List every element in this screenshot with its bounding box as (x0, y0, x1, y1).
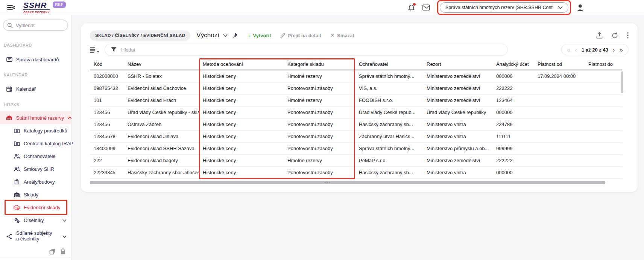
sidebar-item-sprava-dashboardu[interactable]: Správa dashboardů (0, 53, 71, 66)
delete-button[interactable]: ✕ Smazat (330, 32, 354, 39)
column-header[interactable]: Kategorie skladu (284, 61, 355, 67)
sidebar-item-label: Smlouvy SHR (24, 166, 54, 172)
prev-page-icon[interactable]: ‹ (575, 47, 577, 53)
chevron-down-icon[interactable] (62, 219, 67, 222)
next-page-icon[interactable]: › (613, 47, 615, 53)
table-row[interactable]: 222Evidenční sklad bagetyHistorické ceny… (90, 155, 622, 167)
table-cell: Ministerstvo průmyslu a ob... (423, 146, 492, 151)
column-header[interactable]: Platnost do (585, 61, 622, 67)
sidebar-item-sklady[interactable]: Sklady (0, 188, 71, 201)
app-logo[interactable]: SSHR ČESKÉ REZERVY (23, 1, 50, 14)
table-cell: 123456 (90, 122, 124, 127)
column-settings-icon[interactable] (90, 47, 99, 53)
sidebar-item-katalogy-prostredku[interactable]: Katalogy prostředků (0, 124, 71, 137)
table-header-row: KódNázevMetoda oceňováníKategorie skladu… (90, 59, 622, 70)
table-row[interactable]: 13400099Evidenční sklad SSHR SázavaHisto… (90, 143, 622, 155)
sidebar-item-evidencni-sklady[interactable]: Evidenční sklady (0, 201, 71, 214)
column-header[interactable]: Název (124, 61, 199, 67)
column-header[interactable]: Ochraňovatel (355, 61, 423, 67)
sidebar-item-label: Kalendář (16, 86, 36, 92)
section-label-hopks: HOPKS (4, 102, 67, 107)
topbar-right: Správa státních hmotných rezerv (SHR.SSH… (408, 0, 585, 15)
filter-row: « ‹ 1 až 20 z 43 › » (90, 44, 629, 56)
folder-gear-icon (14, 128, 20, 133)
column-header[interactable]: Kód (90, 61, 124, 67)
table-filter-input[interactable] (121, 47, 501, 53)
sidebar-item-kalendar[interactable]: Kalendář (0, 82, 71, 95)
notifications-bell-icon[interactable] (408, 4, 415, 11)
warehouse-icon (6, 115, 12, 120)
sidebar-item-centralni-katalog-irap[interactable]: Centrální katalog IRAP (0, 137, 71, 150)
user-avatar-icon[interactable] (576, 3, 585, 12)
lock-icon[interactable] (60, 248, 66, 255)
role-selector[interactable]: Správa státních hmotných rezerv (SHR.SSH… (440, 2, 568, 13)
table-cell: 222222 (492, 85, 534, 91)
table-row[interactable]: 098765432Evidenční sklad ČachoviceHistor… (90, 82, 622, 94)
table-row[interactable]: 22233345Hasičský záchranný sbor Jihočes.… (90, 167, 622, 179)
export-icon[interactable] (596, 32, 603, 39)
sidebar-item-label: Sdílené subjekty a číselníky (16, 231, 55, 242)
column-header[interactable]: Analytický účet (492, 61, 534, 67)
table-cell: Hasičský záchranný sbor Jihočes... (124, 170, 199, 175)
table-cell: Evidenční sklad Hrách (124, 97, 199, 103)
people-icon (14, 154, 20, 159)
sidebar-collapse-icon[interactable] (6, 3, 16, 12)
first-page-icon[interactable]: « (567, 47, 570, 53)
table-cell: Pohotovostní zásoby (284, 122, 355, 127)
table-cell: Ministerstvo zemědělství (423, 158, 492, 163)
sidebar-item-ochranovatele[interactable]: Ochraňovatelé (0, 150, 71, 163)
messages-mail-icon[interactable] (422, 5, 430, 11)
table-cell: Hmotné rezervy (284, 73, 355, 79)
table-cell: Historické ceny (199, 73, 284, 79)
table-cell: Historické ceny (199, 97, 284, 103)
table-cell: 000000 (492, 170, 534, 175)
card-toolbar (596, 32, 629, 39)
sidebar-item-smlouvy-shr[interactable]: Smlouvy SHR (0, 163, 71, 175)
table-cell: Pohotovostní zásoby (284, 109, 355, 115)
sidebar-item-statni-hmotne-rezervy[interactable]: Státní hmotné rezervy (0, 111, 71, 124)
sidebar-search-input[interactable] (16, 23, 57, 28)
column-header[interactable]: Metoda oceňování (199, 61, 284, 67)
refresh-icon[interactable] (612, 32, 618, 39)
table-filter[interactable] (105, 44, 508, 56)
chevron-down-icon[interactable] (223, 34, 228, 37)
table-row[interactable]: 002000000SSHR - BoletexHistorické cenyHm… (90, 70, 622, 82)
column-header[interactable]: Platnost od (534, 61, 585, 67)
table-cell: 222222 (492, 158, 534, 163)
kebab-menu-icon[interactable] (627, 32, 629, 39)
vertical-scrollbar[interactable] (621, 71, 623, 93)
sidebar-search[interactable] (3, 20, 68, 31)
table-row[interactable]: 123456Úřad vlády České republiky - skla.… (90, 106, 622, 119)
chevron-up-icon[interactable] (68, 117, 72, 119)
table-row[interactable]: 12345678Evidenční sklad JihlavaHistorick… (90, 131, 622, 143)
horizontal-scrollbar[interactable] (90, 181, 605, 184)
column-header[interactable]: Rezort (423, 61, 492, 67)
table-cell: 234789 (492, 122, 534, 127)
view-selector[interactable]: Výchozí (196, 32, 219, 39)
table-row[interactable]: 123456Ostrava ZábřehHistorické cenyPohot… (90, 119, 622, 131)
chevron-down-icon[interactable] (62, 235, 67, 238)
table-cell: Evidenční sklad Jihlava (124, 134, 199, 139)
table-row[interactable]: 101Evidenční sklad HráchHistorické cenyH… (90, 94, 622, 106)
last-page-icon[interactable]: » (620, 47, 623, 53)
create-button[interactable]: + Vytvořit (248, 32, 271, 39)
sidebar-item-sdilene-subjekty[interactable]: Sdílené subjekty a číselníky (0, 228, 71, 245)
table-cell: Evidenční sklad SSHR Sázava (124, 146, 199, 151)
table-cell: 13400099 (90, 146, 124, 151)
row-expander[interactable]: ⋯ (324, 178, 331, 187)
breadcrumb: SKLAD / ČÍSELNÍKY / EVIDENČNÍ SKLAD (90, 30, 190, 41)
table-cell: 999999 (492, 146, 534, 151)
table-cell: Historické ceny (199, 109, 284, 115)
go-to-detail-button[interactable]: Přejít na detail (280, 33, 321, 38)
table-cell: FOODISH s.r.o. (355, 97, 423, 103)
pin-icon[interactable] (232, 33, 238, 38)
main-area: SKLAD / ČÍSELNÍKY / EVIDENČNÍ SKLAD Vých… (71, 15, 644, 260)
sidebar-item-arealy-budovy[interactable]: Areály/budovy (0, 175, 71, 188)
sidebar-item-ciselniky[interactable]: Číselníky (0, 214, 71, 227)
table-cell: 123456 (90, 109, 124, 115)
table-cell: 002000000 (90, 73, 124, 79)
table-cell: Ministerstvo zemědělství (423, 97, 492, 103)
copy-icon[interactable] (49, 248, 56, 255)
table-cell: PeMaP s.r.o. (355, 158, 423, 163)
table-cell: Historické ceny (199, 134, 284, 139)
